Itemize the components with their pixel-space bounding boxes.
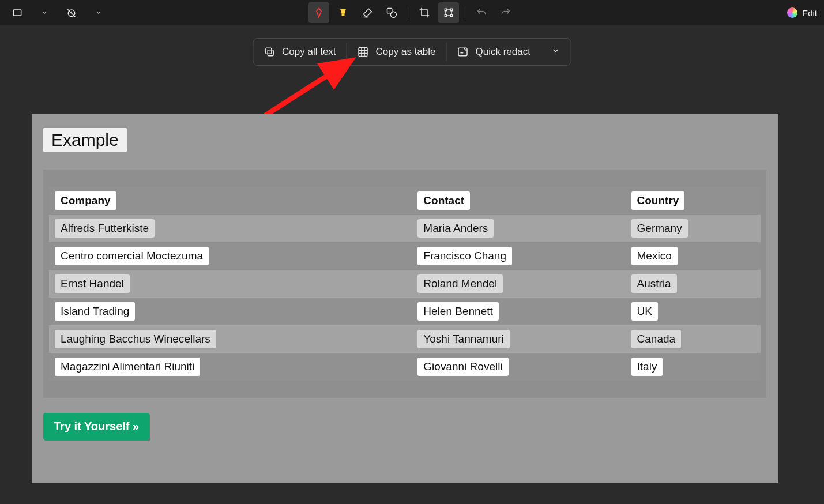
toolbar-divider	[465, 5, 465, 20]
svg-line-17	[265, 60, 352, 115]
text-extract-tool-button[interactable]	[438, 2, 459, 23]
cell-contact: Yoshi Tannamuri	[417, 330, 509, 349]
chevron-down-icon	[551, 46, 560, 55]
svg-line-3	[67, 9, 75, 17]
toolbar-divider	[408, 5, 408, 20]
crop-tool-button[interactable]	[414, 2, 435, 23]
eraser-tool-button[interactable]	[357, 2, 378, 23]
page-title: Example	[43, 128, 127, 152]
table-row: Island Trading Helen Bennett UK	[49, 298, 761, 325]
header-company: Company	[55, 191, 116, 210]
svg-rect-10	[265, 48, 271, 54]
copy-all-text-label: Copy all text	[282, 46, 336, 58]
cell-company: Alfreds Futterkiste	[55, 219, 155, 238]
cell-company: Magazzini Alimentari Riuniti	[55, 358, 200, 377]
text-actions-bar: Copy all text Copy as table Quick redact	[253, 38, 571, 66]
undo-button[interactable]	[471, 2, 492, 23]
example-table: Company Contact Country Alfreds Futterki…	[49, 187, 761, 381]
delay-tool-chevron[interactable]	[92, 9, 105, 16]
shapes-tool-button[interactable]	[381, 2, 402, 23]
cell-country: Mexico	[631, 247, 678, 266]
palette-icon	[787, 7, 797, 18]
svg-rect-5	[341, 14, 344, 16]
cell-company: Island Trading	[55, 302, 135, 321]
rectangle-tool-chevron[interactable]	[38, 9, 51, 16]
table-row: Alfreds Futterkiste Maria Anders Germany	[49, 215, 761, 242]
cell-contact: Roland Mendel	[417, 274, 503, 294]
copy-as-table-button[interactable]: Copy as table	[347, 39, 446, 65]
copy-all-text-button[interactable]: Copy all text	[253, 39, 347, 65]
redact-icon	[457, 46, 469, 58]
copy-icon	[264, 46, 275, 58]
svg-rect-11	[359, 48, 367, 57]
cell-contact: Maria Anders	[417, 219, 494, 238]
captured-content: Example Company Contact Country Alfreds …	[32, 114, 778, 483]
table-row: Ernst Handel Roland Mendel Austria	[49, 270, 761, 298]
cell-country: Germany	[631, 219, 688, 238]
table-row: Magazzini Alimentari Riuniti Giovanni Ro…	[49, 353, 761, 381]
cell-company: Ernst Handel	[55, 274, 130, 294]
try-it-yourself-button[interactable]: Try it Yourself »	[43, 413, 149, 440]
highlighter-tool-button[interactable]	[333, 2, 353, 23]
cell-contact: Francisco Chang	[417, 247, 512, 266]
cell-company: Centro comercial Moctezuma	[55, 247, 209, 266]
cell-contact: Giovanni Rovelli	[417, 358, 508, 377]
cell-contact: Helen Bennett	[417, 302, 498, 321]
header-country: Country	[631, 191, 685, 210]
redo-button[interactable]	[495, 2, 516, 23]
quick-redact-label: Quick redact	[476, 46, 530, 58]
table-header-row: Company Contact Country	[49, 187, 761, 215]
svg-rect-16	[458, 48, 467, 55]
copy-as-table-label: Copy as table	[376, 46, 436, 58]
example-table-container: Company Contact Country Alfreds Futterki…	[43, 170, 766, 398]
edit-button[interactable]: Edit	[802, 8, 817, 18]
svg-rect-9	[268, 50, 273, 56]
cell-country: Canada	[631, 330, 682, 349]
table-icon	[358, 46, 369, 58]
quick-redact-button[interactable]: Quick redact	[447, 39, 541, 65]
top-toolbar: Edit	[0, 0, 824, 25]
svg-rect-0	[13, 10, 21, 16]
quick-redact-chevron[interactable]	[541, 46, 571, 58]
cell-country: Austria	[631, 274, 677, 294]
table-row: Laughing Bacchus Winecellars Yoshi Tanna…	[49, 325, 761, 353]
cell-company: Laughing Bacchus Winecellars	[55, 330, 216, 349]
table-row: Centro comercial Moctezuma Francisco Cha…	[49, 242, 761, 270]
header-contact: Contact	[417, 191, 470, 210]
svg-point-8	[390, 12, 396, 17]
rectangle-tool-button[interactable]	[7, 2, 28, 23]
pen-tool-button[interactable]	[308, 2, 329, 23]
delay-tool-button[interactable]	[61, 2, 82, 23]
cell-country: UK	[631, 302, 658, 321]
cell-country: Italy	[631, 358, 663, 377]
